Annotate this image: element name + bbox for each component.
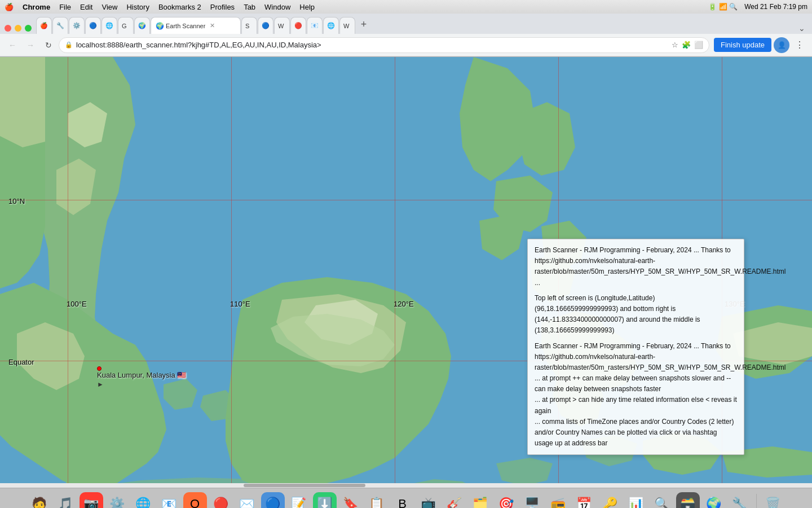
dock-icon-22[interactable]: 🔧 bbox=[728, 492, 752, 508]
menu-window[interactable]: Window bbox=[264, 3, 290, 11]
tab-item[interactable]: 🔵 bbox=[85, 17, 101, 34]
dock-icon-15[interactable]: 📻 bbox=[546, 492, 570, 508]
lon-110e-label: 110°E bbox=[230, 300, 250, 308]
address-bar[interactable]: 🔒 localhost:8888/earth_scanner.html?kjhg… bbox=[59, 37, 709, 53]
finish-update-button[interactable]: Finish update bbox=[714, 38, 771, 52]
menu-chrome[interactable]: Chrome bbox=[23, 3, 50, 11]
dock-icon-17[interactable]: 🔑 bbox=[598, 492, 622, 508]
grid-line-v-1 bbox=[68, 57, 68, 488]
dock-icon-7[interactable]: 🔖 bbox=[339, 492, 363, 508]
dock-icon-21[interactable]: 🌍 bbox=[702, 492, 726, 508]
tab-close-btn[interactable]: ✕ bbox=[210, 22, 215, 29]
apple-menu[interactable]: 🍎 bbox=[5, 3, 14, 11]
menu-view[interactable]: View bbox=[102, 3, 117, 11]
tab-item[interactable]: 🔧 bbox=[52, 17, 68, 34]
map-area[interactable]: 10°N 100°E 110°E 120°E 130°E Equator Kua… bbox=[0, 57, 812, 488]
info-panel: Earth Scanner - RJM Programming - Februa… bbox=[527, 239, 744, 455]
split-view-icon[interactable]: ⬜ bbox=[694, 41, 703, 49]
dock-icon-4[interactable]: 🔵 bbox=[261, 492, 285, 508]
nav-bar: ← → ↻ 🔒 localhost:8888/earth_scanner.htm… bbox=[0, 34, 812, 56]
dock-icon-16[interactable]: 📅 bbox=[572, 492, 596, 508]
dock-icon-3[interactable]: ✉️ bbox=[235, 492, 259, 508]
dock-icon-trash[interactable]: 🗑️ bbox=[761, 492, 785, 508]
tab-item[interactable]: 🌍 bbox=[134, 17, 150, 34]
menu-history[interactable]: History bbox=[126, 3, 149, 11]
dock-icon-photos[interactable]: 📷 bbox=[80, 492, 103, 508]
tab-list-btn[interactable]: ⌄ bbox=[796, 24, 807, 33]
tab-item[interactable]: W bbox=[339, 17, 355, 34]
new-tab-btn[interactable]: + bbox=[356, 16, 372, 33]
info-para-2: Top left of screen is (Longitude,Latitud… bbox=[535, 293, 737, 336]
bookmark-icon[interactable]: ☆ bbox=[672, 41, 678, 49]
tab-item[interactable]: G bbox=[118, 17, 134, 34]
grid-line-h-1 bbox=[0, 200, 812, 200]
equator-label: Equator bbox=[8, 358, 34, 366]
dock-icon-finder[interactable]: 🧑 bbox=[28, 492, 51, 508]
tab-item[interactable]: 🍎 bbox=[36, 17, 52, 34]
dock-icon-9[interactable]: B bbox=[391, 492, 414, 508]
tab-item[interactable]: 🔴 bbox=[290, 17, 306, 34]
dock-icon-11[interactable]: 🎸 bbox=[443, 492, 466, 508]
tab-bar: 🍎 🔧 ⚙️ 🔵 🌐 G 🌍 🌍 Earth Scanner ✕ S 🔵 W 🔴… bbox=[0, 14, 812, 34]
city-direction-arrow: ► bbox=[97, 380, 104, 388]
tab-item[interactable]: W bbox=[274, 17, 290, 34]
forward-button[interactable]: → bbox=[23, 37, 38, 53]
profile-button[interactable]: 👤 bbox=[774, 37, 789, 53]
menu-file[interactable]: File bbox=[59, 3, 71, 11]
dock-icon-1[interactable]: O bbox=[183, 492, 207, 508]
tab-item[interactable]: 🌐 bbox=[102, 17, 117, 34]
extensions-icon[interactable]: 🧩 bbox=[682, 41, 691, 49]
dock-icon-6[interactable]: ⬇️ bbox=[313, 492, 337, 508]
close-window-btn[interactable] bbox=[5, 25, 11, 32]
reload-button[interactable]: ↻ bbox=[41, 37, 56, 53]
browser-chrome: 🍎 🔧 ⚙️ 🔵 🌐 G 🌍 🌍 Earth Scanner ✕ S 🔵 W 🔴… bbox=[0, 14, 812, 57]
dock-icon-music[interactable]: 🎵 bbox=[54, 492, 77, 508]
dock-icon-10[interactable]: 📺 bbox=[417, 492, 440, 508]
menu-tab[interactable]: Tab bbox=[244, 3, 255, 11]
scroll-thumb[interactable] bbox=[244, 484, 365, 487]
dock-icon-13[interactable]: 🎯 bbox=[495, 492, 518, 508]
dock-icon-system[interactable]: ⚙️ bbox=[105, 492, 129, 508]
system-icons: 🔋 📶 🔍 bbox=[708, 3, 738, 11]
dock-icon-8[interactable]: 📋 bbox=[365, 492, 389, 508]
dock-icon-20[interactable]: 🗃️ bbox=[676, 492, 700, 508]
tab-label: Earth Scanner bbox=[166, 23, 205, 29]
dock-separator bbox=[756, 494, 757, 508]
dock-icon-2[interactable]: 🔴 bbox=[209, 492, 233, 508]
grid-line-v-3 bbox=[395, 57, 395, 488]
dock-icon-mail[interactable]: 📧 bbox=[157, 492, 181, 508]
grid-line-v-2 bbox=[231, 57, 232, 488]
city-label: Kuala Lumpur, Malaysia 🇲🇾 bbox=[97, 371, 186, 379]
tab-item[interactable]: 🔵 bbox=[258, 17, 273, 34]
back-button[interactable]: ← bbox=[5, 37, 20, 53]
macos-dock: 🧑 🎵 📷 ⚙️ 🌐 📧 O 🔴 ✉️ 🔵 📝 ⬇️ 🔖 📋 B 📺 🎸 🗂️ … bbox=[0, 488, 812, 508]
nav-right: Finish update 👤 ⋮ bbox=[714, 37, 807, 53]
tab-item[interactable]: ⚙️ bbox=[69, 17, 85, 34]
horizontal-scrollbar[interactable] bbox=[0, 483, 812, 488]
dock-icon-12[interactable]: 🗂️ bbox=[469, 492, 492, 508]
dock-icon-5[interactable]: 📝 bbox=[287, 492, 311, 508]
dock-icon-19[interactable]: 🔍 bbox=[650, 492, 674, 508]
tab-item[interactable]: 📧 bbox=[307, 17, 323, 34]
dock-icon-14[interactable]: 🖥️ bbox=[520, 492, 544, 508]
menu-help[interactable]: Help bbox=[299, 3, 315, 11]
browser-menu-button[interactable]: ⋮ bbox=[792, 37, 807, 53]
clock: Wed 21 Feb 7:19 pm bbox=[744, 3, 807, 11]
menu-bar-right: 🔋 📶 🔍 Wed 21 Feb 7:19 pm bbox=[708, 3, 807, 11]
dock-icon-18[interactable]: 📊 bbox=[624, 492, 648, 508]
lock-icon: 🔒 bbox=[65, 41, 73, 49]
minimize-window-btn[interactable] bbox=[15, 25, 21, 32]
maximize-window-btn[interactable] bbox=[25, 25, 32, 32]
tab-item[interactable]: 🌐 bbox=[323, 17, 339, 34]
menu-bookmarks[interactable]: Bookmarks 2 bbox=[158, 3, 201, 11]
city-dot bbox=[97, 366, 102, 371]
lon-100e-label: 100°E bbox=[67, 300, 87, 308]
tab-item[interactable]: S bbox=[241, 17, 257, 34]
macos-menu-bar: 🍎 Chrome File Edit View History Bookmark… bbox=[0, 0, 812, 14]
city-marker-kl[interactable]: Kuala Lumpur, Malaysia 🇲🇾 ► bbox=[97, 366, 186, 388]
dock-icon-safari[interactable]: 🌐 bbox=[131, 492, 155, 508]
menu-edit[interactable]: Edit bbox=[80, 3, 92, 11]
active-tab[interactable]: 🌍 Earth Scanner ✕ bbox=[151, 17, 241, 34]
menu-profiles[interactable]: Profiles bbox=[210, 3, 235, 11]
info-para-3: Earth Scanner - RJM Programming - Februa… bbox=[535, 341, 737, 449]
